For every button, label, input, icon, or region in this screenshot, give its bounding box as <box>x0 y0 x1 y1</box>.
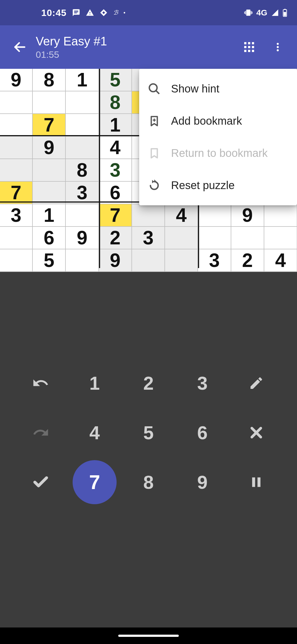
clear-button[interactable] <box>240 416 273 449</box>
sudoku-cell[interactable]: 4 <box>99 137 132 159</box>
pencil-button[interactable] <box>240 367 273 400</box>
home-gesture-pill[interactable] <box>118 635 179 637</box>
overflow-menu-button[interactable] <box>267 36 289 58</box>
sudoku-cell[interactable]: 3 <box>198 249 231 272</box>
status-left: 10:45 ℬ • <box>41 7 125 18</box>
sudoku-cell[interactable] <box>264 204 297 227</box>
sudoku-cell[interactable]: 5 <box>33 249 66 272</box>
sudoku-cell[interactable] <box>33 182 66 204</box>
sudoku-cell[interactable]: 2 <box>99 227 132 249</box>
sudoku-cell[interactable]: 8 <box>99 91 132 114</box>
sudoku-cell[interactable] <box>0 91 33 114</box>
check-button[interactable] <box>24 466 57 499</box>
sudoku-cell[interactable] <box>66 114 99 137</box>
numkey-5[interactable]: 5 <box>132 416 165 449</box>
menu-label: Reset puzzle <box>171 179 235 192</box>
app-square-icon <box>100 9 108 17</box>
sudoku-cell[interactable]: 2 <box>231 249 264 272</box>
box-divider-v <box>99 69 100 268</box>
sudoku-cell[interactable]: 7 <box>33 114 66 137</box>
svg-rect-1 <box>284 9 286 10</box>
sudoku-cell[interactable]: 1 <box>99 114 132 137</box>
sudoku-cell[interactable] <box>231 227 264 249</box>
sudoku-cell[interactable] <box>0 159 33 182</box>
sudoku-cell[interactable]: 7 <box>99 204 132 227</box>
sudoku-cell[interactable]: 9 <box>66 227 99 249</box>
sudoku-cell[interactable]: 3 <box>0 204 33 227</box>
svg-point-15 <box>277 49 279 51</box>
svg-rect-5 <box>248 42 250 44</box>
bookmark-icon <box>147 146 161 160</box>
sudoku-cell[interactable] <box>66 137 99 159</box>
sudoku-cell[interactable] <box>0 114 33 137</box>
sudoku-cell[interactable]: 9 <box>99 249 132 272</box>
menu-label: Add bookmark <box>171 115 242 127</box>
sudoku-cell[interactable]: 3 <box>132 227 165 249</box>
sudoku-cell[interactable]: 6 <box>33 227 66 249</box>
svg-point-16 <box>149 84 157 92</box>
sudoku-cell[interactable]: 9 <box>33 137 66 159</box>
menu-label: Return to bookmark <box>171 147 268 159</box>
timer-label: 01:55 <box>36 49 238 60</box>
sudoku-cell[interactable] <box>132 204 165 227</box>
numkey-7[interactable]: 7 <box>73 460 117 504</box>
svg-rect-10 <box>244 50 246 52</box>
sudoku-cell[interactable] <box>165 249 198 272</box>
sudoku-cell[interactable] <box>33 91 66 114</box>
signal-icon <box>271 9 279 17</box>
message-icon <box>72 9 80 17</box>
sudoku-cell[interactable]: 1 <box>66 69 99 91</box>
numkey-3[interactable]: 3 <box>186 367 219 400</box>
warning-icon <box>86 9 94 17</box>
title-block: Very Easy #1 01:55 <box>36 34 238 60</box>
sudoku-cell[interactable]: 3 <box>66 182 99 204</box>
sudoku-cell[interactable]: 9 <box>0 69 33 91</box>
sudoku-cell[interactable] <box>264 227 297 249</box>
sudoku-cell[interactable]: 9 <box>231 204 264 227</box>
sudoku-cell[interactable]: 4 <box>264 249 297 272</box>
sudoku-cell[interactable] <box>0 249 33 272</box>
sudoku-cell[interactable]: 4 <box>165 204 198 227</box>
back-button[interactable] <box>7 34 33 60</box>
screen: 10:45 ℬ • 4G <box>0 0 297 644</box>
sudoku-cell[interactable]: 6 <box>99 182 132 204</box>
numkey-1[interactable]: 1 <box>78 367 111 400</box>
sudoku-cell[interactable] <box>66 249 99 272</box>
sudoku-cell[interactable] <box>132 249 165 272</box>
grid-button[interactable] <box>238 36 260 58</box>
sudoku-cell[interactable] <box>198 227 231 249</box>
numkey-6[interactable]: 6 <box>186 416 219 449</box>
sudoku-cell[interactable] <box>66 91 99 114</box>
vibrate-icon <box>244 9 252 17</box>
sudoku-cell[interactable]: 3 <box>99 159 132 182</box>
menu-show-hint[interactable]: Show hint <box>139 73 297 105</box>
undo-button[interactable] <box>24 367 57 400</box>
sudoku-cell[interactable] <box>66 204 99 227</box>
pause-button[interactable] <box>240 466 273 499</box>
svg-rect-9 <box>252 46 254 48</box>
menu-return-bookmark: Return to bookmark <box>139 137 297 169</box>
sudoku-cell[interactable]: 8 <box>66 159 99 182</box>
sudoku-cell[interactable] <box>33 159 66 182</box>
sudoku-cell[interactable]: 8 <box>33 69 66 91</box>
bookmark-add-icon <box>147 114 161 128</box>
numkey-9[interactable]: 9 <box>186 466 219 499</box>
page-title: Very Easy #1 <box>36 34 238 49</box>
sudoku-cell[interactable] <box>165 227 198 249</box>
svg-marker-20 <box>152 180 154 183</box>
menu-add-bookmark[interactable]: Add bookmark <box>139 105 297 137</box>
numkey-4[interactable]: 4 <box>78 416 111 449</box>
sudoku-cell[interactable]: 1 <box>33 204 66 227</box>
sudoku-cell[interactable] <box>198 204 231 227</box>
redo-button[interactable] <box>24 416 57 449</box>
svg-rect-11 <box>248 50 250 52</box>
svg-rect-12 <box>252 50 254 52</box>
sudoku-cell[interactable] <box>0 227 33 249</box>
sudoku-cell[interactable]: 7 <box>0 182 33 204</box>
menu-reset-puzzle[interactable]: Reset puzzle <box>139 169 297 201</box>
sudoku-cell[interactable]: 5 <box>99 69 132 91</box>
svg-point-14 <box>277 46 279 48</box>
numkey-2[interactable]: 2 <box>132 367 165 400</box>
numkey-8[interactable]: 8 <box>132 466 165 499</box>
sudoku-cell[interactable] <box>0 137 33 159</box>
